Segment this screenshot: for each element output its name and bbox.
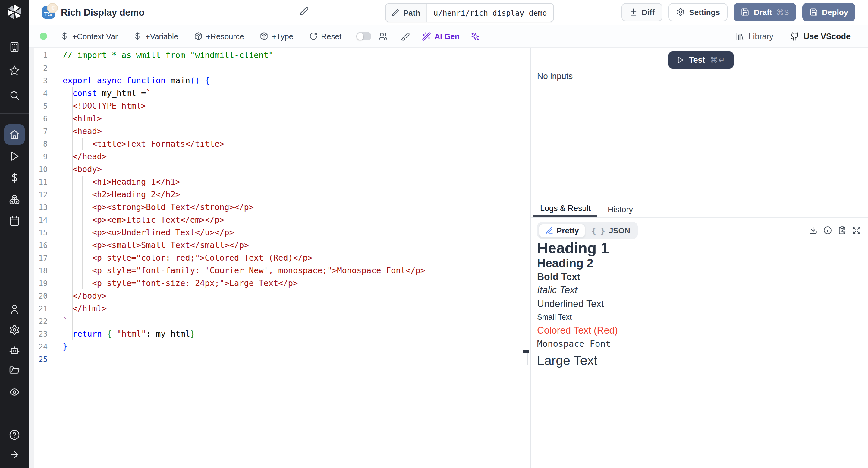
run-panel: Test ⌘↵ No inputs Logs & Result History — [531, 48, 868, 468]
result-item-large: Large Text — [537, 351, 861, 370]
windmill-script-editor: TS ☺ Rich Display demo Path u/henri/rich… — [0, 0, 868, 468]
add-context-var-button[interactable]: +Context Var — [60, 32, 118, 41]
code-line-24[interactable]: } — [63, 340, 528, 352]
result-item-h2: Heading 2 — [537, 256, 861, 270]
line-number: 25 — [29, 352, 48, 365]
sidebar-item-folders[interactable] — [0, 362, 29, 379]
add-resource-button[interactable]: +Resource — [194, 32, 244, 41]
github-icon — [790, 32, 799, 41]
line-number: 8 — [29, 137, 48, 150]
use-vscode-button[interactable]: Use VScode — [790, 32, 850, 41]
no-inputs-text: No inputs — [537, 71, 572, 81]
reset-button[interactable]: Reset — [309, 32, 341, 41]
code-line-20[interactable]: </body> — [63, 289, 528, 302]
sidebar-item-audit-logs[interactable] — [0, 384, 29, 401]
sidebar-item-runs[interactable] — [0, 148, 29, 165]
code-line-11[interactable]: <h1>Heading 1</h1> — [63, 175, 528, 188]
star-icon — [9, 65, 20, 76]
ai-gen-button[interactable]: AI Gen — [422, 32, 460, 41]
package-icon — [194, 32, 202, 40]
sparkles-icon[interactable] — [470, 32, 479, 41]
format-brush-icon[interactable] — [401, 32, 410, 41]
sidebar-item-settings[interactable] — [0, 321, 29, 338]
dollar-icon — [9, 173, 20, 183]
expand-icon[interactable] — [852, 226, 861, 235]
code-line-14[interactable]: <p><em>Italic Text</em></p> — [63, 213, 528, 226]
code-editor[interactable]: 1// import * as wmill from "windmill-cli… — [29, 48, 531, 468]
result-item-underline: Underlined Text — [537, 297, 861, 311]
sidebar-item-favorites[interactable] — [0, 62, 29, 79]
copy-to-clipboard-icon[interactable] — [838, 226, 846, 235]
add-variable-button[interactable]: +Variable — [133, 32, 179, 41]
download-icon[interactable] — [809, 226, 817, 235]
sidebar-item-schedules[interactable] — [0, 212, 29, 229]
line-number: 16 — [29, 238, 48, 251]
code-line-15[interactable]: <p><u>Underlined Text</u></p> — [63, 226, 528, 238]
users-icon[interactable] — [378, 32, 387, 41]
eye-icon — [9, 387, 20, 398]
code-line-3[interactable]: export async function main() { — [63, 74, 528, 87]
code-line-1[interactable]: // import * as wmill from "windmill-clie… — [63, 49, 528, 61]
sidebar-item-workspace[interactable] — [0, 38, 29, 56]
path-field[interactable]: Path u/henri/rich_display_demo — [385, 3, 554, 22]
gear-icon — [9, 324, 20, 335]
path-value[interactable]: u/henri/rich_display_demo — [427, 4, 553, 22]
line-number: 19 — [29, 276, 48, 289]
code-line-19[interactable]: <p style="font-size: 24px;">Large Text</… — [63, 276, 528, 289]
indent-guide — [82, 137, 83, 150]
code-line-22[interactable]: ` — [63, 315, 528, 327]
sidebar-item-search[interactable] — [0, 87, 29, 104]
sidebar-item-expand-sidebar[interactable] — [0, 446, 29, 463]
view-mode-json[interactable]: { } JSON — [586, 224, 636, 237]
info-icon[interactable] — [824, 226, 832, 235]
sidebar-item-variables[interactable] — [0, 170, 29, 186]
draft-shortcut: ⌘S — [776, 7, 789, 17]
test-button[interactable]: Test ⌘↵ — [669, 51, 733, 69]
code-line-5[interactable]: <!DOCTYPE html> — [63, 99, 528, 112]
line-number: 6 — [29, 112, 48, 124]
draft-button[interactable]: Draft ⌘S — [734, 3, 796, 21]
line-number: 3 — [29, 74, 48, 87]
sidebar-item-workers[interactable] — [0, 343, 29, 359]
code-line-13[interactable]: <p><strong>Bold Text</strong></p> — [63, 201, 528, 213]
save-icon — [809, 8, 818, 16]
code-line-12[interactable]: <h2>Heading 2</h2> — [63, 188, 528, 201]
code-line-8[interactable]: <title>Text Formats</title> — [63, 137, 528, 150]
library-button[interactable]: Library — [735, 32, 773, 41]
script-emoji-badge: ☺ — [47, 3, 58, 13]
tab-history[interactable]: History — [601, 201, 640, 217]
settings-button[interactable]: Settings — [669, 3, 728, 21]
code-line-18[interactable]: <p style="font-family: 'Courier New', mo… — [63, 264, 528, 276]
deploy-button[interactable]: Deploy — [802, 3, 855, 21]
dollar-icon — [60, 32, 69, 40]
code-line-21[interactable]: </html> — [63, 302, 528, 315]
main-column: TS ☺ Rich Display demo Path u/henri/rich… — [29, 0, 868, 468]
tab-logs-and-result[interactable]: Logs & Result — [533, 201, 597, 217]
line-number: 9 — [29, 150, 48, 163]
line-number: 23 — [29, 327, 48, 340]
code-line-9[interactable]: </head> — [63, 150, 528, 163]
sidebar-item-resources[interactable] — [0, 191, 29, 208]
code-line-16[interactable]: <p><small>Small Text</small></p> — [63, 238, 528, 251]
diff-button[interactable]: Diff — [621, 3, 662, 21]
sidebar-item-help[interactable] — [0, 427, 29, 443]
code-line-4[interactable]: const my_html =` — [63, 87, 528, 99]
code-line-10[interactable]: <body> — [63, 163, 528, 175]
edit-summary-pencil-icon[interactable] — [300, 7, 309, 16]
add-type-button[interactable]: +Type — [260, 32, 293, 41]
sidebar-item-account[interactable] — [0, 301, 29, 318]
indent-guide — [72, 87, 73, 340]
package-icon — [260, 32, 268, 40]
code-line-6[interactable]: <html> — [63, 112, 528, 124]
home-icon — [9, 129, 20, 140]
code-line-7[interactable]: <head> — [63, 124, 528, 137]
code-line-2[interactable] — [63, 61, 528, 74]
assistant-toggle[interactable] — [356, 32, 371, 40]
sidebar-item-home[interactable] — [4, 124, 25, 145]
search-icon — [9, 90, 20, 101]
code-line-17[interactable]: <p style="color: red;">Colored Text (Red… — [63, 251, 528, 264]
line-number: 7 — [29, 124, 48, 137]
windmill-logo-icon[interactable] — [0, 4, 29, 20]
code-line-23[interactable]: return { "html": my_html} — [63, 327, 528, 340]
view-mode-pretty[interactable]: Pretty — [538, 224, 586, 237]
